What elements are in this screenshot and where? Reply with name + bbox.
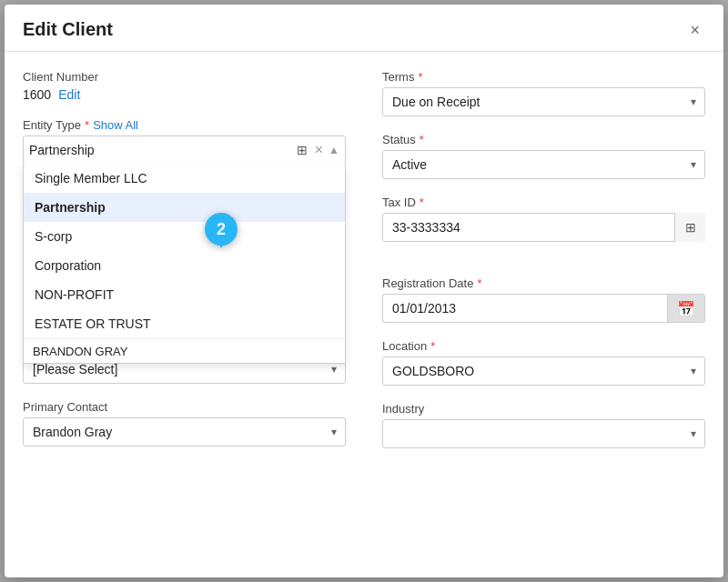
modal-overlay: Edit Client × Client Number 1600 Edit	[0, 0, 728, 582]
tax-id-group: Tax ID * ⊞	[382, 196, 705, 242]
edit-client-modal: Edit Client × Client Number 1600 Edit	[5, 5, 723, 577]
location-label: Location *	[382, 339, 705, 353]
primary-contact-select[interactable]: Brandon Gray	[23, 417, 346, 447]
industry-label: Industry	[382, 402, 705, 416]
entity-type-bookmark-icon[interactable]: ⊞	[295, 141, 309, 159]
owner-row: BRANDON GRAY	[24, 338, 345, 364]
owner-row-value: BRANDON GRAY	[33, 345, 128, 358]
right-column: Terms * Due on Receipt Net 30 Net 60	[382, 70, 705, 465]
client-number-edit-link[interactable]: Edit	[58, 87, 80, 102]
location-select[interactable]: GOLDSBORO OTHER	[382, 356, 705, 386]
entity-option-single-member-llc[interactable]: Single Member LLC	[24, 164, 345, 193]
tax-id-icon-button[interactable]: ⊞	[674, 213, 705, 242]
modal-body: Client Number 1600 Edit Entity Type * Sh…	[5, 52, 723, 577]
entity-option-estate-or-trust[interactable]: ESTATE OR TRUST	[24, 309, 345, 338]
entity-type-clear-icon[interactable]: ×	[313, 140, 325, 160]
entity-type-group: Entity Type * Show All ⊞ × ▲	[23, 118, 346, 165]
entity-type-arrow-icon[interactable]: ▲	[329, 144, 339, 156]
status-select-wrapper: Active Inactive	[382, 150, 705, 179]
industry-select[interactable]	[382, 419, 705, 448]
left-column: Client Number 1600 Edit Entity Type * Sh…	[23, 70, 346, 465]
entity-type-field[interactable]: ⊞ × ▲ Single Member LLC Partnership S-co…	[23, 135, 346, 165]
entity-option-s-corp[interactable]: S-corp	[24, 222, 345, 251]
terms-select[interactable]: Due on Receipt Net 30 Net 60	[382, 87, 705, 116]
terms-group: Terms * Due on Receipt Net 30 Net 60	[382, 70, 705, 116]
location-select-wrapper: GOLDSBORO OTHER	[382, 356, 705, 386]
calendar-button[interactable]: 📅	[667, 294, 705, 323]
status-select[interactable]: Active Inactive	[382, 150, 705, 179]
status-group: Status * Active Inactive	[382, 133, 705, 179]
close-button[interactable]: ×	[684, 20, 705, 40]
primary-contact-select-wrapper: Brandon Gray	[23, 417, 346, 447]
entity-option-non-profit[interactable]: NON-PROFIT	[24, 280, 345, 309]
registration-date-input[interactable]	[382, 294, 667, 323]
entity-type-required: *	[85, 118, 89, 132]
terms-label: Terms *	[382, 70, 705, 84]
client-number-group: Client Number 1600 Edit	[23, 70, 346, 102]
terms-select-wrapper: Due on Receipt Net 30 Net 60	[382, 87, 705, 116]
spacer	[382, 258, 705, 276]
tax-id-input-wrapper: ⊞	[382, 213, 705, 242]
tax-id-label: Tax ID *	[382, 196, 705, 209]
entity-type-label: Entity Type * Show All	[23, 118, 346, 132]
modal-title: Edit Client	[23, 19, 113, 40]
primary-contact-label: Primary Contact	[23, 400, 346, 414]
client-number-value: 1600	[23, 87, 51, 102]
industry-select-wrapper	[382, 419, 705, 448]
primary-contact-group: Primary Contact Brandon Gray	[23, 400, 346, 447]
entity-type-input-row: ⊞ × ▲	[24, 136, 345, 164]
tax-id-required: *	[420, 196, 424, 209]
tax-id-input[interactable]	[382, 213, 705, 242]
registration-date-group: Registration Date * 📅	[382, 276, 705, 323]
registration-date-wrapper: 📅	[382, 294, 705, 323]
reg-date-required: *	[477, 276, 481, 290]
industry-group: Industry	[382, 402, 705, 448]
location-required: *	[430, 339, 435, 353]
entity-option-corporation[interactable]: Corporation	[24, 251, 345, 280]
entity-type-dropdown-list: Single Member LLC Partnership S-corp Cor…	[23, 164, 346, 364]
status-required: *	[420, 133, 424, 146]
registration-date-label: Registration Date *	[382, 276, 705, 290]
entity-type-dropdown-container: ⊞ × ▲ Single Member LLC Partnership S-co…	[23, 135, 346, 165]
location-group: Location * GOLDSBORO OTHER	[382, 339, 705, 386]
entity-type-input[interactable]	[29, 143, 291, 157]
status-label: Status *	[382, 133, 705, 146]
show-all-link[interactable]: Show All	[93, 118, 138, 132]
entity-option-partnership[interactable]: Partnership	[24, 193, 345, 222]
terms-required: *	[418, 70, 422, 84]
client-number-label: Client Number	[23, 70, 346, 84]
modal-header: Edit Client ×	[5, 5, 723, 52]
callout-badge: 2	[205, 213, 238, 246]
